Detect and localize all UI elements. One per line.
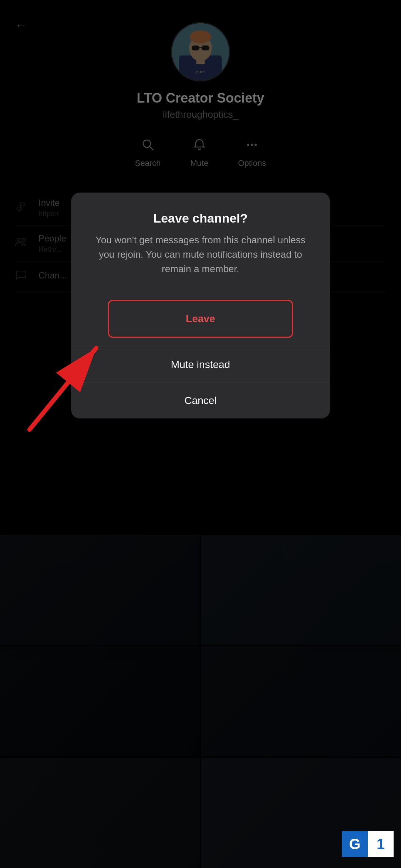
modal-overlay [0, 0, 401, 868]
watermark-g1: G [342, 831, 368, 857]
dialog-message: You won't get messages from this channel… [90, 233, 311, 276]
leave-button[interactable]: Leave [108, 300, 293, 338]
watermark-g2: 1 [368, 831, 394, 857]
dialog-content-area: Leave channel? You won't get messages fr… [71, 193, 330, 276]
leave-btn-wrapper: Leave [71, 291, 330, 347]
dialog-title: Leave channel? [90, 211, 311, 226]
mute-instead-button[interactable]: Mute instead [71, 347, 330, 383]
watermark: G 1 [342, 831, 394, 857]
dialog-actions: Leave Mute instead Cancel [71, 291, 330, 418]
cancel-button[interactable]: Cancel [71, 383, 330, 418]
leave-channel-dialog: Leave channel? You won't get messages fr… [71, 193, 330, 418]
